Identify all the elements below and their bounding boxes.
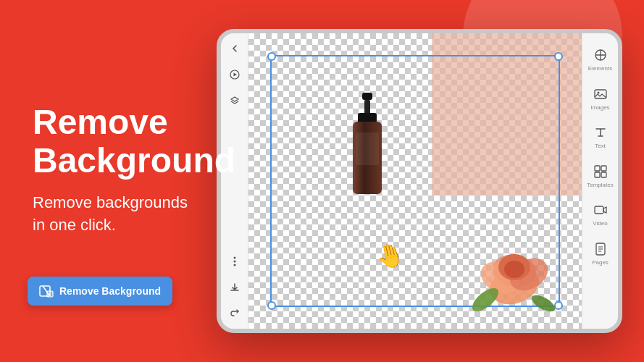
text-label: Text [595, 143, 606, 150]
handle-top-right[interactable] [554, 52, 563, 61]
tablet-left-toolbar [221, 33, 248, 329]
pages-icon [592, 240, 609, 258]
svg-rect-26 [595, 172, 600, 177]
tablet-right-toolbar: Elements Images Text [582, 33, 618, 329]
templates-label: Templates [587, 182, 613, 189]
svg-rect-12 [356, 132, 379, 165]
sub-title: Remove backgrounds in one click. [33, 192, 203, 237]
left-content: Remove Background Remove backgrounds in … [0, 75, 225, 287]
svg-rect-8 [362, 93, 372, 100]
download-icon[interactable] [227, 279, 243, 295]
images-tool[interactable]: Images [582, 81, 618, 116]
text-tool[interactable]: Text [582, 119, 618, 154]
tablet-wrapper: 🤚 Elements Images [217, 29, 622, 333]
main-container: Remove Background Remove backgrounds in … [0, 0, 644, 362]
svg-point-7 [233, 264, 235, 266]
remove-bg-label: Remove Background [59, 285, 161, 297]
templates-icon [592, 163, 609, 180]
menu-dots-icon[interactable] [227, 253, 243, 269]
svg-rect-22 [595, 90, 606, 98]
video-tool[interactable]: Video [582, 197, 618, 232]
rose-flower [464, 227, 565, 314]
svg-rect-28 [595, 206, 603, 214]
svg-marker-4 [233, 73, 237, 77]
remove-bg-icon [39, 284, 54, 298]
svg-rect-27 [601, 172, 606, 177]
tablet-device: 🤚 Elements Images [217, 29, 622, 333]
svg-point-6 [233, 261, 235, 263]
images-label: Images [590, 104, 609, 111]
video-label: Video [593, 220, 607, 227]
share-icon[interactable] [227, 306, 243, 321]
tablet-canvas: 🤚 [248, 33, 582, 329]
svg-rect-2 [47, 291, 53, 297]
svg-rect-24 [595, 166, 600, 171]
serum-bottle [342, 93, 393, 201]
pages-tool[interactable]: Pages [582, 236, 618, 271]
handle-top-left[interactable] [267, 52, 276, 61]
video-icon [592, 201, 609, 219]
svg-rect-25 [601, 166, 606, 171]
svg-rect-10 [358, 113, 377, 123]
images-icon [592, 85, 609, 103]
text-icon [592, 124, 609, 141]
templates-tool[interactable]: Templates [582, 159, 618, 193]
back-icon[interactable] [227, 41, 243, 56]
handle-bottom-left[interactable] [267, 301, 276, 310]
play-icon[interactable] [227, 67, 243, 83]
layers-icon[interactable] [227, 93, 243, 109]
svg-point-23 [597, 91, 599, 93]
elements-icon [592, 46, 609, 64]
svg-rect-9 [364, 100, 370, 114]
elements-tool[interactable]: Elements [582, 42, 618, 77]
svg-point-5 [233, 257, 235, 259]
remove-background-button[interactable]: Remove Background [28, 277, 172, 306]
elements-label: Elements [588, 65, 612, 72]
main-title: Remove Background [33, 104, 203, 180]
pages-label: Pages [592, 259, 609, 266]
svg-point-18 [504, 261, 524, 278]
svg-point-20 [529, 292, 557, 314]
